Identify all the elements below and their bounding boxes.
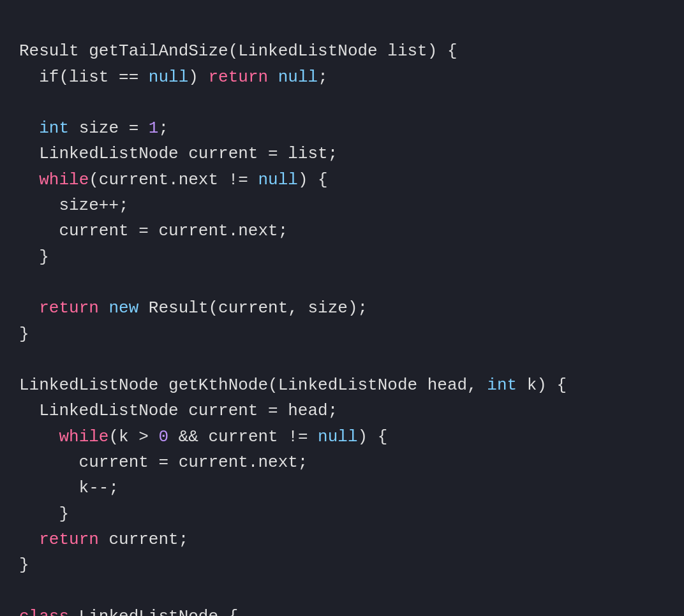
code-display: Result getTailAndSize(LinkedListNode lis… [19, 13, 665, 616]
